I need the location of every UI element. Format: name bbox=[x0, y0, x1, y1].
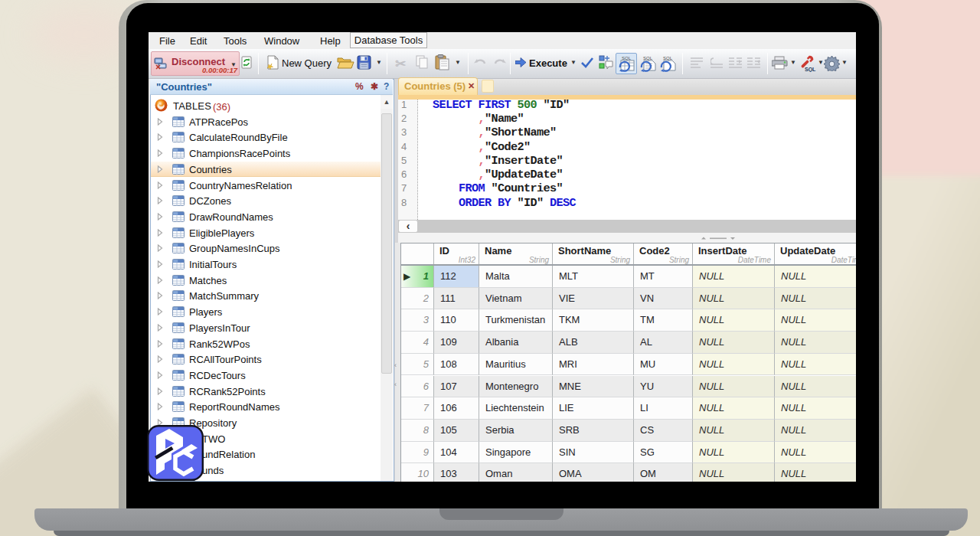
svg-text:SQL: SQL bbox=[643, 56, 653, 60]
svg-text:SQL: SQL bbox=[622, 56, 632, 60]
svg-text:SQL: SQL bbox=[663, 56, 673, 60]
svg-text:SQL: SQL bbox=[805, 67, 816, 72]
